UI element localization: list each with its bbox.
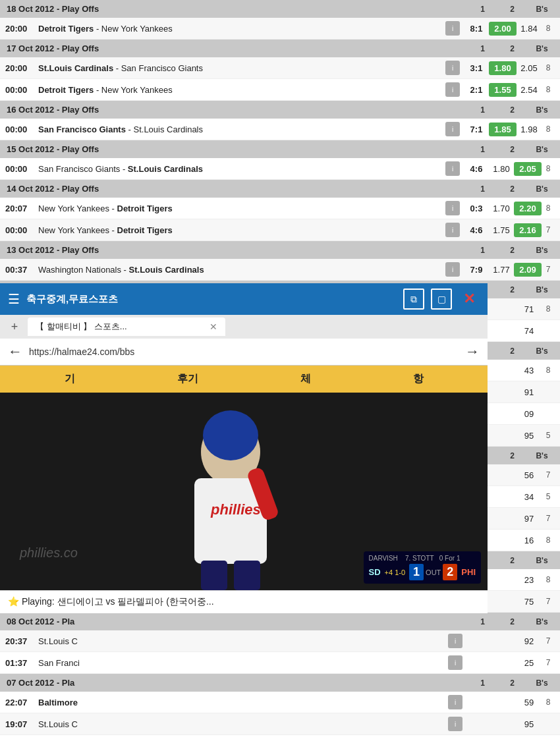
browser-bar: ☰ 축구중계,무료스포츠 ⧉ ▢ ✕: [0, 283, 488, 315]
date-label: 08 Oct 2012 - Pla: [7, 617, 74, 626]
game-row[interactable]: 00:00 San Francisco Giants - St.Louis Ca…: [0, 119, 560, 140]
game-teams: Detroit Tigers - New York Yankees: [38, 85, 441, 95]
info-icon[interactable]: i: [445, 201, 460, 215]
col-2: 2: [501, 617, 524, 626]
col-b: B's: [530, 246, 553, 255]
team1-abbr: SD: [369, 567, 381, 577]
odd2-value: 1.84: [517, 24, 542, 34]
game-row[interactable]: 01:37 San Franci i 25 7: [0, 652, 560, 674]
odd2-value: 16: [517, 536, 542, 545]
info-icon[interactable]: i: [445, 161, 460, 176]
game-row[interactable]: 20:37 St.Louis C i 92 7: [0, 630, 560, 652]
odd1-value: 2.00: [489, 22, 517, 36]
window-icon-btn[interactable]: ▢: [431, 289, 452, 310]
info-icon[interactable]: i: [448, 634, 462, 648]
date-header: 13 Oct 2012 - Play Offs 1 2 B's: [0, 241, 560, 259]
info-icon[interactable]: i: [448, 695, 462, 709]
back-button[interactable]: ←: [8, 343, 22, 360]
tab-item[interactable]: 【 할매티비 】 스포츠... ✕: [28, 317, 225, 336]
nav-item-0[interactable]: 기: [65, 372, 75, 386]
game-row[interactable]: 20:00 Detroit Tigers - New York Yankees …: [0, 18, 560, 40]
info-icon[interactable]: i: [445, 223, 460, 237]
forward-button[interactable]: →: [465, 343, 480, 360]
info-icon[interactable]: i: [445, 61, 460, 75]
odd2-value: 43: [517, 366, 542, 375]
b-count: 8: [542, 63, 555, 72]
b-count: 7: [542, 225, 555, 235]
game-row[interactable]: 20:00 St.Louis Cardinals - San Francisco…: [0, 57, 560, 79]
game-row[interactable]: 00:00 New York Yankees - Detroit Tigers …: [0, 219, 560, 241]
url-display[interactable]: https://halmae24.com/bbs: [29, 346, 459, 357]
game-score: 7:1: [464, 124, 489, 134]
game-row[interactable]: 19:07 St.Louis C i 95: [0, 713, 560, 735]
game-teams: Detroit Tigers - New York Yankees: [38, 24, 441, 34]
odd2-value: 97: [517, 514, 542, 524]
game-row[interactable]: 22:07 Baltimore i 59 8: [0, 692, 560, 713]
odd2-value: 92: [517, 636, 542, 646]
batter-line: 0 For 1: [439, 555, 461, 562]
team2-score: 2: [443, 564, 457, 580]
url-bar: ← https://halmae24.com/bbs →: [0, 339, 488, 366]
game-time: 00:00: [5, 124, 38, 134]
overlay-popup[interactable]: ☰ 축구중계,무료스포츠 ⧉ ▢ ✕ + 【 할매티비 】 스포츠... ✕ ←…: [0, 283, 488, 613]
col-1: 1: [471, 617, 494, 626]
team2-abbr: PHI: [461, 567, 476, 577]
game-teams: San Franci: [38, 658, 444, 668]
b-count: 7: [542, 265, 555, 274]
game-row[interactable]: 00:00 Detroit Tigers - New York Yankees …: [0, 79, 560, 101]
col-2: 2: [501, 5, 524, 14]
col-2: 2: [501, 105, 524, 115]
batter-label: 7. STOTT: [405, 555, 434, 562]
new-tab-button[interactable]: +: [7, 320, 22, 334]
info-icon[interactable]: i: [445, 21, 460, 36]
info-icon[interactable]: i: [448, 655, 462, 670]
nav-item-2[interactable]: 체: [300, 372, 311, 386]
b-count: 8: [542, 536, 555, 545]
odd1-value: 1.70: [489, 204, 514, 213]
nav-item-1[interactable]: 후기: [177, 372, 198, 386]
odd2-value: 2.05: [514, 162, 542, 176]
svg-rect-6: [201, 561, 227, 590]
col-2: 2: [501, 678, 524, 688]
tab-close-button[interactable]: ✕: [210, 321, 217, 332]
date-label: 15 Oct 2012 - Play Offs: [7, 144, 99, 154]
col-b: B's: [530, 5, 553, 14]
col-b: B's: [530, 451, 553, 460]
game-teams: San Francisco Giants - St.Louis Cardinal…: [38, 124, 441, 134]
game-time: 19:07: [5, 719, 38, 729]
score-overlay: DARVISH 7. STOTT 0 For 1 SD +4 1-0 1 OUT…: [364, 551, 482, 584]
odd1-value: 1.80: [489, 164, 514, 174]
col-b: B's: [530, 556, 553, 565]
date-label: 14 Oct 2012 - Play Offs: [7, 184, 99, 194]
svg-point-2: [203, 410, 258, 460]
odd1-value: 1.85: [489, 123, 517, 136]
info-icon[interactable]: i: [445, 122, 460, 136]
odd2-value: 95: [517, 431, 542, 441]
game-row[interactable]: 00:37 Washington Nationals - St.Louis Ca…: [0, 259, 560, 281]
hamburger-icon[interactable]: ☰: [8, 291, 20, 307]
game-score: 2:1: [464, 85, 489, 95]
odd2-value: 56: [517, 470, 542, 480]
nav-item-3[interactable]: 항: [413, 372, 424, 386]
game-score: 0:3: [464, 204, 489, 213]
info-icon[interactable]: i: [445, 262, 460, 277]
copy-icon-btn[interactable]: ⧉: [403, 289, 424, 310]
playing-label: ⭐ Playing: 샌디에이고 vs 필라델피아 (한국어중...: [8, 596, 214, 607]
col-2: 2: [501, 556, 524, 565]
b-count: 7: [542, 514, 555, 523]
svg-text:phillies: phillies: [210, 501, 261, 518]
col-2: 2: [501, 246, 524, 255]
close-button[interactable]: ✕: [459, 289, 480, 310]
game-teams: St.Louis C: [38, 636, 444, 646]
info-icon[interactable]: i: [445, 82, 460, 97]
date-header: 15 Oct 2012 - Play Offs 1 2 B's: [0, 140, 560, 158]
game-row[interactable]: 00:00 San Francisco Giants - St.Louis Ca…: [0, 158, 560, 180]
odd1-value: 1.80: [489, 61, 517, 75]
score-info: DARVISH 7. STOTT 0 For 1: [369, 555, 476, 562]
game-time: 00:37: [5, 265, 38, 275]
game-teams: Washington Nationals - St.Louis Cardinal…: [38, 265, 441, 275]
col-2: 2: [501, 44, 524, 53]
info-icon[interactable]: i: [448, 717, 462, 731]
game-row[interactable]: 20:07 New York Yankees - Detroit Tigers …: [0, 198, 560, 219]
pitcher-label: DARVISH: [369, 555, 398, 562]
